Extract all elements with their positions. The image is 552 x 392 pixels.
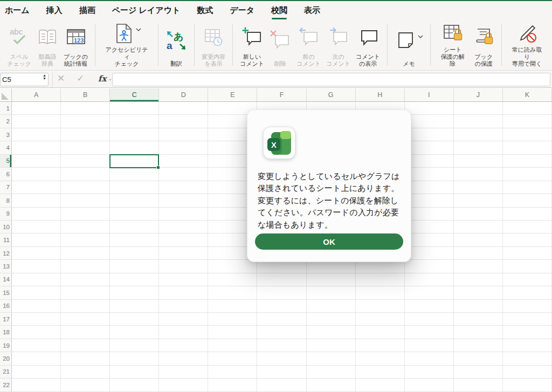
grid-cell[interactable] (110, 181, 159, 194)
grid-cell[interactable] (454, 300, 503, 313)
grid-cell[interactable] (503, 260, 552, 273)
grid-cell[interactable] (12, 313, 61, 326)
grid-cell[interactable] (159, 247, 208, 260)
enter-icon[interactable]: ✓ (77, 73, 84, 84)
row-header[interactable]: 9 (0, 208, 12, 221)
grid-cell[interactable] (405, 194, 454, 207)
grid-cell[interactable] (61, 313, 110, 326)
grid-cell[interactable] (454, 208, 503, 221)
grid-cell[interactable] (159, 221, 208, 233)
grid-cell[interactable] (208, 366, 257, 379)
grid-cell[interactable] (110, 313, 159, 326)
grid-cell[interactable] (405, 313, 454, 326)
fill-handle[interactable] (156, 166, 160, 169)
grid-cell[interactable] (12, 141, 61, 154)
grid-cell[interactable] (12, 221, 61, 233)
grid-cell[interactable] (61, 102, 110, 115)
menu-tab[interactable]: ページ レイアウト (112, 1, 181, 19)
grid-cell[interactable] (503, 102, 552, 115)
grid-cell[interactable] (61, 115, 110, 128)
grid-cell[interactable] (454, 102, 503, 115)
grid-cell[interactable] (356, 379, 405, 391)
grid-cell[interactable] (503, 141, 552, 154)
ribbon-button[interactable]: コメント の表示 (354, 21, 382, 69)
grid-cell[interactable] (405, 339, 454, 352)
grid-cell[interactable] (159, 181, 208, 194)
grid-cell[interactable] (503, 233, 552, 246)
grid-cell[interactable] (503, 286, 552, 299)
ribbon-button[interactable]: メモ (392, 21, 425, 69)
grid-cell[interactable] (12, 326, 61, 339)
row-header[interactable]: 19 (0, 339, 12, 352)
grid-cell[interactable] (454, 221, 503, 233)
grid-cell[interactable] (61, 194, 110, 207)
grid-cell[interactable] (61, 260, 110, 273)
menu-tab[interactable]: 描画 (79, 1, 95, 19)
grid-cell[interactable] (159, 115, 208, 128)
grid-cell[interactable] (110, 273, 159, 286)
row-header[interactable]: 10 (0, 221, 12, 233)
grid-cell[interactable] (405, 326, 454, 339)
grid-cell[interactable] (454, 155, 503, 168)
grid-cell[interactable] (454, 352, 503, 365)
grid-cell[interactable] (454, 260, 503, 273)
grid-cell[interactable] (12, 115, 61, 128)
grid-cell[interactable] (503, 168, 552, 181)
ribbon-button[interactable]: アクセシビリティ チェック (100, 21, 153, 69)
grid-cell[interactable] (307, 379, 356, 391)
grid-cell[interactable] (61, 300, 110, 313)
grid-cell[interactable] (405, 300, 454, 313)
ribbon-button[interactable]: ブック の保護 (471, 21, 496, 69)
grid-cell[interactable] (405, 128, 454, 141)
grid-cell[interactable] (159, 208, 208, 221)
grid-cell[interactable] (208, 313, 257, 326)
grid-cell[interactable] (110, 115, 159, 128)
grid-cell[interactable] (405, 273, 454, 286)
grid-cell[interactable] (503, 300, 552, 313)
grid-cell[interactable] (454, 366, 503, 379)
column-header[interactable]: K (503, 88, 552, 102)
column-header[interactable]: I (405, 88, 454, 102)
grid-cell[interactable] (503, 208, 552, 221)
formula-input[interactable] (112, 73, 550, 86)
grid-cell[interactable] (454, 128, 503, 141)
grid-cell[interactable] (159, 155, 208, 168)
grid-cell[interactable] (503, 379, 552, 391)
grid-cell[interactable] (454, 181, 503, 194)
grid-cell[interactable] (159, 128, 208, 141)
row-header[interactable]: 5 (0, 155, 12, 168)
name-box-stepper[interactable]: ▲▼ (43, 74, 46, 80)
grid-cell[interactable] (208, 339, 257, 352)
ribbon-button[interactable]: シート 保護の解除 (436, 21, 470, 69)
cancel-icon[interactable]: ✕ (57, 73, 65, 84)
grid-cell[interactable] (159, 366, 208, 379)
grid-cell[interactable] (159, 273, 208, 286)
grid-cell[interactable] (405, 352, 454, 365)
grid-cell[interactable] (110, 194, 159, 207)
grid-cell[interactable] (61, 273, 110, 286)
grid-cell[interactable] (405, 247, 454, 260)
grid-cell[interactable] (503, 326, 552, 339)
row-header[interactable]: 14 (0, 273, 12, 286)
grid-cell[interactable] (110, 168, 159, 181)
grid-cell[interactable] (257, 352, 306, 365)
row-header[interactable]: 15 (0, 286, 12, 299)
row-header[interactable]: 8 (0, 194, 12, 207)
column-header[interactable]: A (12, 88, 61, 102)
grid-cell[interactable] (307, 339, 356, 352)
grid-cell[interactable] (61, 208, 110, 221)
grid-cell[interactable] (110, 233, 159, 246)
row-header[interactable]: 21 (0, 366, 12, 379)
ribbon-button[interactable]: 常に読み取り 専用で開く (507, 21, 547, 69)
grid-cell[interactable] (110, 247, 159, 260)
grid-cell[interactable] (12, 181, 61, 194)
grid-cell[interactable] (307, 326, 356, 339)
column-header[interactable]: F (257, 88, 306, 102)
grid-cell[interactable] (257, 339, 306, 352)
grid-cell[interactable] (12, 168, 61, 181)
grid-cell[interactable] (110, 326, 159, 339)
grid-cell[interactable] (307, 300, 356, 313)
column-header[interactable]: B (61, 88, 110, 102)
row-header[interactable]: 2 (0, 115, 12, 128)
grid-cell[interactable] (454, 273, 503, 286)
